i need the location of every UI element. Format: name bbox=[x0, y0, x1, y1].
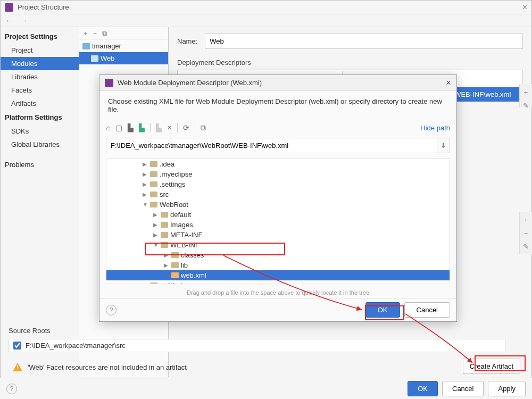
create-artifact-button[interactable]: Create Artifact bbox=[463, 359, 520, 374]
module-icon[interactable]: ▙ bbox=[139, 123, 145, 132]
ok-button[interactable]: OK bbox=[408, 381, 438, 396]
tree-node-web[interactable]: Web bbox=[79, 52, 168, 64]
source-root-row[interactable]: F:\IDEA_workpace\tmanager\src bbox=[9, 339, 505, 352]
heading-platform-settings: Platform Settings bbox=[1, 110, 79, 124]
tree-node-webxml[interactable]: web.xml bbox=[106, 270, 450, 280]
showhidden-icon[interactable]: ⧉ bbox=[201, 123, 206, 132]
plus-icon[interactable]: + bbox=[524, 88, 528, 96]
path-input[interactable] bbox=[106, 138, 437, 153]
edit-icon[interactable]: ✎ bbox=[523, 102, 529, 110]
edit-icon[interactable]: ✎ bbox=[523, 243, 529, 251]
source-root-checkbox[interactable] bbox=[13, 342, 21, 350]
deployment-descriptors-title: Deployment Descriptors bbox=[177, 59, 523, 66]
back-icon[interactable]: ← bbox=[5, 16, 13, 26]
dialog-help-icon[interactable]: ? bbox=[106, 305, 117, 315]
folder-icon bbox=[82, 43, 90, 49]
name-label: Name: bbox=[177, 37, 197, 45]
minus-icon[interactable]: − bbox=[524, 229, 528, 237]
sidebar-item-sdks[interactable]: SDKs bbox=[1, 124, 79, 138]
side-buttons: + ✎ bbox=[519, 84, 532, 107]
tree-node-tmanager[interactable]: tmanager bbox=[79, 40, 168, 52]
window-titlebar: Project Structure × bbox=[1, 1, 531, 14]
dialog-hint: Drag and drop a file into the space abov… bbox=[99, 287, 456, 298]
home-icon[interactable]: ⌂ bbox=[106, 123, 110, 132]
dialog-title: Web Module Deployment Descriptor (Web.xm… bbox=[118, 79, 262, 87]
copy-icon[interactable]: ⧉ bbox=[102, 29, 107, 38]
sidebar-item-libraries[interactable]: Libraries bbox=[1, 70, 79, 84]
sidebar-item-artifacts[interactable]: Artifacts bbox=[1, 97, 79, 110]
history-icon[interactable]: ⬇ bbox=[437, 138, 450, 153]
help-icon[interactable]: ? bbox=[6, 384, 17, 394]
dialog-logo bbox=[105, 79, 113, 87]
remove-icon[interactable]: − bbox=[93, 29, 97, 37]
app-logo bbox=[5, 3, 13, 12]
cancel-button[interactable]: Cancel bbox=[442, 381, 484, 396]
sidebar-item-problems[interactable]: Problems bbox=[1, 157, 79, 172]
desktop-icon[interactable]: ▢ bbox=[115, 123, 122, 132]
warning-icon bbox=[13, 363, 22, 371]
heading-project-settings: Project Settings bbox=[1, 29, 79, 44]
folder-icon bbox=[91, 55, 98, 62]
side-buttons2: + − ✎ bbox=[519, 212, 532, 254]
delete-icon[interactable]: × bbox=[167, 123, 171, 132]
dialog-message: Choose existing XML file for Web Module … bbox=[99, 91, 456, 120]
dialog-cancel-button[interactable]: Cancel bbox=[404, 302, 450, 318]
apply-button[interactable]: Apply bbox=[488, 381, 526, 396]
forward-icon[interactable]: → bbox=[20, 16, 28, 26]
plus-icon[interactable]: + bbox=[524, 216, 528, 224]
window-title: Project Structure bbox=[18, 3, 69, 11]
name-input[interactable] bbox=[205, 34, 523, 49]
settings-sidebar: Project Settings Project Modules Librari… bbox=[1, 27, 79, 377]
source-roots-title: Source Roots bbox=[9, 327, 505, 335]
refresh-icon[interactable]: ⟳ bbox=[183, 123, 189, 132]
dialog-close-icon[interactable]: × bbox=[446, 78, 451, 88]
warning-row: 'Web' Facet resources are not included i… bbox=[9, 360, 505, 375]
file-tree[interactable]: ▶.idea ▶.myeclipse ▶.settings ▶src ▼WebR… bbox=[106, 159, 450, 284]
sidebar-item-facets[interactable]: Facets bbox=[1, 84, 79, 97]
sidebar-item-modules[interactable]: Modules bbox=[1, 57, 79, 70]
newfolder-icon[interactable]: ▙ bbox=[156, 123, 162, 132]
nav-toolbar: ← → bbox=[1, 14, 531, 27]
sidebar-item-global-libraries[interactable]: Global Libraries bbox=[1, 138, 79, 151]
project-icon[interactable]: ▙ bbox=[128, 123, 134, 132]
dialog-ok-button[interactable]: OK bbox=[365, 302, 400, 318]
sidebar-item-project[interactable]: Project bbox=[1, 44, 79, 57]
window-close-icon[interactable]: × bbox=[522, 3, 527, 12]
descriptor-dialog: Web Module Deployment Descriptor (Web.xm… bbox=[99, 74, 457, 322]
hide-path-link[interactable]: Hide path bbox=[420, 124, 450, 132]
add-icon[interactable]: + bbox=[84, 29, 88, 37]
